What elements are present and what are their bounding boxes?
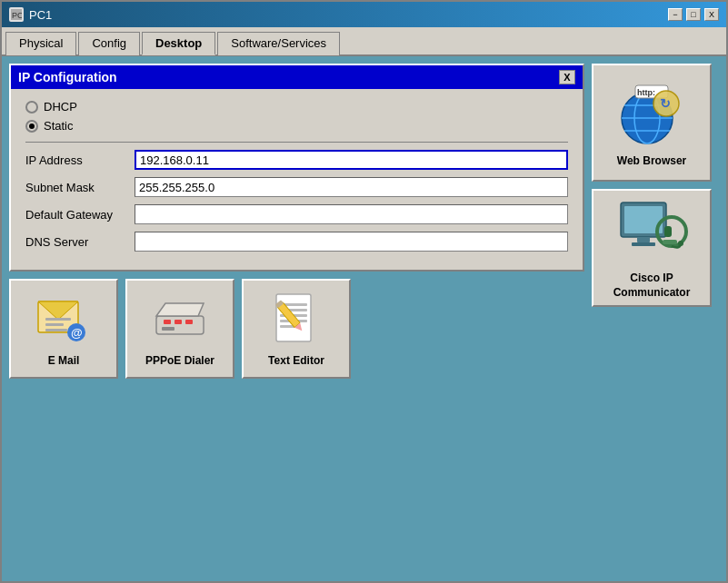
- web-browser-icon: http: ↻: [615, 78, 688, 151]
- email-label: E Mail: [48, 354, 80, 367]
- svg-rect-12: [175, 320, 182, 324]
- dhcp-radio-button[interactable]: [25, 101, 38, 114]
- svg-rect-11: [164, 320, 171, 324]
- default-gateway-input[interactable]: [135, 204, 568, 224]
- tab-bar: Physical Config Desktop Software/Service…: [2, 27, 726, 56]
- minimize-button[interactable]: −: [668, 8, 683, 21]
- dhcp-label: DHCP: [44, 100, 77, 114]
- svg-text:@: @: [71, 326, 83, 340]
- svg-text:PC: PC: [12, 11, 22, 20]
- tab-physical[interactable]: Physical: [5, 32, 76, 55]
- svg-text:↻: ↻: [660, 96, 671, 111]
- default-gateway-row: Default Gateway: [25, 204, 568, 224]
- window-close-button[interactable]: X: [704, 8, 719, 21]
- main-window: PC PC1 − □ X Physical Config Desktop Sof…: [0, 0, 728, 583]
- svg-rect-9: [156, 316, 204, 334]
- text-editor-label: Text Editor: [268, 354, 324, 367]
- separator: [25, 142, 568, 143]
- title-bar: PC PC1 − □ X: [2, 2, 726, 27]
- ip-config-titlebar: IP Configuration X: [11, 65, 583, 89]
- svg-rect-35: [637, 237, 650, 242]
- dns-server-input[interactable]: [135, 232, 568, 252]
- title-bar-controls: − □ X: [668, 8, 719, 21]
- static-radio-button[interactable]: [25, 120, 38, 133]
- cisco-ip-icon: [615, 195, 688, 268]
- default-gateway-label: Default Gateway: [25, 208, 135, 222]
- svg-rect-14: [162, 327, 175, 331]
- svg-rect-5: [45, 323, 64, 326]
- svg-rect-38: [664, 226, 672, 237]
- subnet-mask-label: Subnet Mask: [25, 181, 135, 194]
- email-icon: @: [35, 291, 93, 349]
- cisco-ip-communicator-icon-button[interactable]: Cisco IP Communicator: [592, 189, 712, 307]
- maximize-button[interactable]: □: [686, 8, 701, 21]
- left-panel: IP Configuration X DHCP Static: [9, 64, 584, 574]
- svg-marker-10: [156, 303, 204, 316]
- pppoe-dialer-icon-button[interactable]: PPPoE Dialer: [125, 279, 234, 379]
- svg-rect-13: [185, 320, 193, 324]
- text-editor-icon-button[interactable]: Text Editor: [242, 279, 351, 379]
- ip-config-dialog: IP Configuration X DHCP Static: [9, 64, 584, 272]
- web-browser-icon-button[interactable]: http: ↻ Web Browser: [592, 64, 712, 182]
- pppoe-label: PPPoE Dialer: [145, 354, 214, 367]
- svg-rect-6: [45, 329, 67, 331]
- web-browser-label: Web Browser: [617, 154, 686, 167]
- window-title: PC1: [29, 8, 52, 22]
- dhcp-radio-item[interactable]: DHCP: [25, 100, 568, 114]
- subnet-mask-row: Subnet Mask: [25, 177, 568, 197]
- subnet-mask-input[interactable]: [135, 177, 568, 197]
- title-bar-left: PC PC1: [9, 7, 52, 22]
- main-content: IP Configuration X DHCP Static: [2, 56, 726, 581]
- ip-config-title: IP Configuration: [18, 70, 117, 84]
- svg-text:http:: http:: [637, 88, 655, 97]
- dns-server-row: DNS Server: [25, 232, 568, 252]
- radio-group: DHCP Static: [25, 100, 568, 133]
- tab-software-services[interactable]: Software/Services: [217, 32, 340, 55]
- ip-address-row: IP Address: [25, 150, 568, 170]
- text-editor-icon: [267, 291, 325, 349]
- dns-server-label: DNS Server: [25, 235, 135, 249]
- ip-address-input[interactable]: [135, 150, 568, 170]
- svg-rect-36: [632, 242, 655, 246]
- static-label: Static: [44, 119, 74, 133]
- svg-rect-39: [663, 240, 677, 244]
- bottom-icons: @ E Mail: [9, 279, 584, 379]
- window-icon: PC: [9, 7, 24, 22]
- pppoe-icon: [151, 291, 209, 349]
- svg-rect-4: [45, 318, 71, 321]
- cisco-ip-communicator-label: Cisco IP Communicator: [613, 272, 691, 300]
- ip-config-body: DHCP Static IP Address Subnet Mask: [11, 89, 583, 270]
- ip-config-close-button[interactable]: X: [559, 70, 575, 84]
- static-radio-item[interactable]: Static: [25, 119, 568, 133]
- ip-address-label: IP Address: [25, 153, 135, 167]
- email-icon-button[interactable]: @ E Mail: [9, 279, 118, 379]
- svg-point-40: [678, 241, 683, 246]
- right-panel: http: ↻ Web Browser: [592, 64, 719, 574]
- tab-desktop[interactable]: Desktop: [142, 32, 215, 55]
- tab-config[interactable]: Config: [78, 32, 140, 55]
